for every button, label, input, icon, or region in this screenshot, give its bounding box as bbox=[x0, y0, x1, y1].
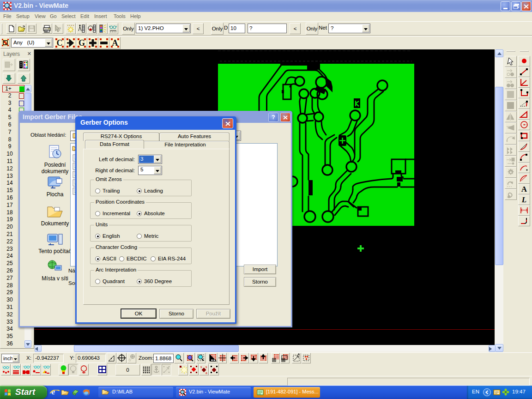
svg-text:?: ? bbox=[58, 25, 61, 32]
svg-text:s: s bbox=[200, 365, 202, 369]
svg-text:s: s bbox=[206, 365, 207, 369]
svg-text:a: a bbox=[206, 371, 207, 375]
